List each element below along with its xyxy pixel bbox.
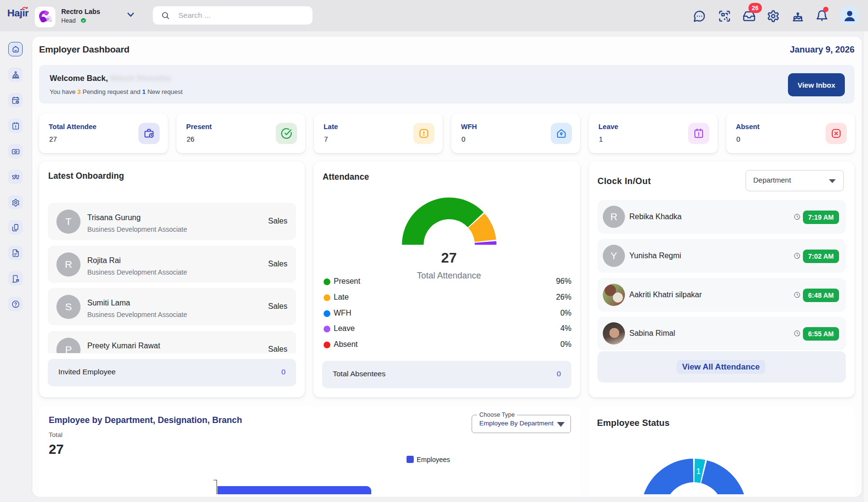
svg-text:1: 1 [696, 467, 701, 476]
